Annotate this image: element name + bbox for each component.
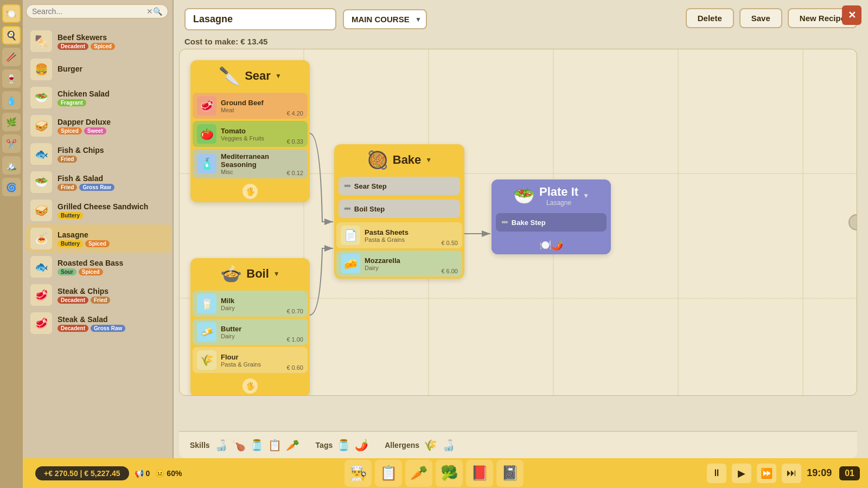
search-bar[interactable]: ✕ 🔍 <box>26 4 168 18</box>
sidebar-icon-cooking[interactable]: 🍳 <box>2 26 21 44</box>
recipe-tag: Decadent <box>58 325 88 332</box>
save-button[interactable]: Save <box>739 8 782 28</box>
plate-card-header[interactable]: 🥗 Plate It Lasagne ▼ <box>492 179 611 211</box>
med-seasoning-price: € 0.12 <box>286 170 303 176</box>
recipe-thumbnail: 🥩 <box>30 284 52 306</box>
recipe-tag: Spiced <box>91 43 115 50</box>
sidebar-icon-mountain[interactable]: 🏔️ <box>2 156 21 175</box>
speaker-icon: 📢 <box>135 469 144 478</box>
sidebar-icon-herbs[interactable]: 🌿 <box>2 113 21 131</box>
boil-step-label: Boil Step <box>354 205 385 213</box>
recipe-thumbnail: 🥪 <box>30 115 52 137</box>
recipe-tag: Gross Raw <box>79 184 114 191</box>
boil-add-ingredient-button[interactable]: 🖐️ <box>242 378 258 394</box>
canvas-knob[interactable] <box>848 214 857 230</box>
bake-dropdown-icon[interactable]: ▼ <box>425 156 432 164</box>
recipe-name-input[interactable] <box>184 8 336 30</box>
recipe-tag: Buttery <box>58 240 83 247</box>
flour-name: Flour <box>221 353 303 361</box>
course-select[interactable]: MAIN COURSE STARTER DESSERT <box>343 9 427 29</box>
ingredient-tomato[interactable]: 🍅 Tomato Veggies & Fruits € 0.33 <box>193 121 308 147</box>
close-button[interactable]: ✕ <box>842 5 861 25</box>
sear-card: 🔪 Sear ▼ 🥩 Ground Beef Meat € 4.20 🍅 Tom… <box>190 60 310 202</box>
sear-step-row[interactable]: ••• Sear Step <box>339 177 460 195</box>
allergens-section: Allergens 🌾 🍶 <box>385 439 455 452</box>
flour-price: € 0.60 <box>286 364 303 371</box>
sidebar-icon-recipes[interactable]: 🍽️ <box>2 4 21 23</box>
sidebar-icon-drinks[interactable]: 🍷 <box>2 69 21 88</box>
flour-icon: 🌾 <box>197 350 216 370</box>
recipe-name: Fish & Salad <box>58 174 167 183</box>
tomato-icon: 🍅 <box>197 124 216 144</box>
taskbar-book2-button[interactable]: 📓 <box>496 460 524 487</box>
bake-card: 🥘 Bake ▼ ••• Sear Step ••• Boil Step 📄 P… <box>334 144 464 279</box>
recipe-list-item[interactable]: 🐟Roasted Sea BassSourSpiced <box>26 253 171 281</box>
boil-step-row[interactable]: ••• Boil Step <box>339 200 460 218</box>
sear-icon: 🔪 <box>219 66 240 86</box>
ingredient-butter[interactable]: 🧈 Butter Dairy € 1.00 <box>193 319 308 345</box>
recipe-list-item[interactable]: 🍢Beef SkewersDecadentSpiced <box>26 27 171 55</box>
search-input[interactable] <box>32 7 146 16</box>
sidebar-icon-tools[interactable]: 🥢 <box>2 48 21 66</box>
ingredient-pasta-sheets[interactable]: 📄 Pasta Sheets Pasta & Grains € 0.50 <box>336 222 462 248</box>
sidebar-icon-cut[interactable]: ✂️ <box>2 134 21 153</box>
speaker-stat: 📢 0 <box>135 469 150 478</box>
sear-dropdown-icon[interactable]: ▼ <box>275 72 282 80</box>
recipe-tag: Fried <box>58 156 77 163</box>
bake-step-row[interactable]: ••• Bake Step <box>496 213 607 232</box>
recipe-tag: Decadent <box>58 297 88 304</box>
recipe-thumbnail: 🍔 <box>30 59 52 80</box>
pause-button[interactable]: ⏸ <box>707 464 726 483</box>
sidebar-icon-strip: 🍽️ 🍳 🥢 🍷 💧 🌿 ✂️ 🏔️ 🌀 <box>0 0 23 488</box>
sidebar-icon-misc[interactable]: 🌀 <box>2 178 21 196</box>
play-button[interactable]: ▶ <box>732 464 751 483</box>
tag-chili-icon: 🌶️ <box>355 439 368 452</box>
taskbar-book1-button[interactable]: 📕 <box>466 460 493 487</box>
sear-add-ingredient-button[interactable]: 🖐️ <box>242 184 258 199</box>
boil-icon: 🍲 <box>220 264 242 284</box>
delete-button[interactable]: Delete <box>686 8 734 28</box>
milk-price: € 0.70 <box>286 308 303 314</box>
boil-card-header[interactable]: 🍲 Boil ▼ <box>190 258 310 288</box>
recipe-list-item[interactable]: 🥩Steak & SaladDecadentGross Raw <box>26 309 171 337</box>
bake-title: Bake <box>393 153 422 167</box>
recipe-thumbnail: 🥗 <box>30 87 52 108</box>
recipe-list-item[interactable]: 🥪Grilled Cheese SandwichButtery <box>26 196 171 224</box>
recipe-tag: Spiced <box>58 127 82 134</box>
plate-dropdown-icon[interactable]: ▼ <box>583 192 589 200</box>
recipe-tag: Spiced <box>79 268 103 275</box>
clock-display: 19:09 <box>807 467 834 479</box>
ingredient-ground-beef[interactable]: 🥩 Ground Beef Meat € 4.20 <box>193 93 308 119</box>
taskbar-produce-button[interactable]: 🥦 <box>436 460 463 487</box>
fast-forward-button[interactable]: ⏩ <box>757 464 776 483</box>
recipe-list-item[interactable]: 🍝LasagneButterySpiced <box>26 224 171 253</box>
boil-dropdown-icon[interactable]: ▼ <box>273 270 280 278</box>
ingredient-med-seasoning[interactable]: 🧴 Mediterranean Seasoning Misc € 0.12 <box>193 149 308 178</box>
clear-search-icon[interactable]: ✕ <box>146 7 153 16</box>
bake-card-header[interactable]: 🥘 Bake ▼ <box>334 144 464 175</box>
ingredient-mozzarella[interactable]: 🧀 Mozzarella Dairy € 6.00 <box>336 251 462 277</box>
sidebar-icon-water[interactable]: 💧 <box>2 91 21 110</box>
skills-label: Skills <box>190 441 210 450</box>
recipe-tag: Gross Raw <box>91 325 125 332</box>
recipe-tag: Fried <box>91 297 110 304</box>
allergen-dairy-icon: 🍶 <box>442 439 455 452</box>
recipe-list-item[interactable]: 🥪Dapper DeluxeSpicedSweet <box>26 112 171 140</box>
recipe-tag: Fried <box>58 184 77 191</box>
skip-button[interactable]: ⏭ <box>782 464 801 483</box>
recipe-list-item[interactable]: 🥗Fish & SaladFriedGross Raw <box>26 168 171 196</box>
skill-carrot-icon: 🥕 <box>286 439 299 452</box>
ingredient-milk[interactable]: 🥛 Milk Dairy € 0.70 <box>193 291 308 317</box>
taskbar-ingredients-button[interactable]: 🥕 <box>405 460 432 487</box>
recipe-list-item[interactable]: 🥗Chicken SaladFragrant <box>26 84 171 112</box>
sear-card-header[interactable]: 🔪 Sear ▼ <box>190 60 310 91</box>
recipe-list-item[interactable]: 🥩Steak & ChipsDecadentFried <box>26 281 171 309</box>
taskbar-chef-button[interactable]: 👨‍🍳 <box>344 460 372 487</box>
ingredient-flour[interactable]: 🌾 Flour Pasta & Grains € 0.60 <box>193 347 308 373</box>
recipe-list-item[interactable]: 🍔Burger <box>26 55 171 84</box>
sear-card-body: 🥩 Ground Beef Meat € 4.20 🍅 Tomato Veggi… <box>190 91 310 181</box>
tomato-name: Tomato <box>221 127 303 135</box>
allergen-wheat-icon: 🌾 <box>424 439 437 452</box>
recipe-list-item[interactable]: 🐟Fish & ChipsFried <box>26 140 171 168</box>
taskbar-menu-button[interactable]: 📋 <box>375 460 402 487</box>
